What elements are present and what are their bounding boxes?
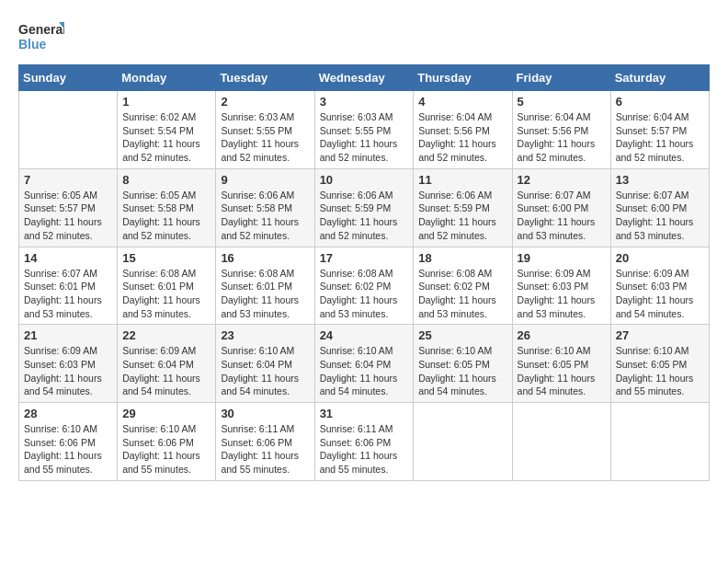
- day-info: Sunrise: 6:08 AMSunset: 6:01 PMDaylight:…: [221, 267, 309, 321]
- week-row-2: 7Sunrise: 6:05 AMSunset: 5:57 PMDaylight…: [19, 168, 710, 247]
- day-info: Sunrise: 6:10 AMSunset: 6:04 PMDaylight:…: [221, 344, 309, 398]
- calendar-cell: 1Sunrise: 6:02 AMSunset: 5:54 PMDaylight…: [118, 91, 216, 169]
- weekday-header-tuesday: Tuesday: [216, 65, 314, 91]
- calendar-cell: 19Sunrise: 6:09 AMSunset: 6:03 PMDayligh…: [512, 247, 610, 325]
- day-number: 26: [518, 328, 606, 342]
- calendar-cell: 11Sunrise: 6:06 AMSunset: 5:59 PMDayligh…: [414, 168, 512, 247]
- day-number: 14: [24, 251, 112, 265]
- day-number: 4: [418, 95, 506, 109]
- logo: General Blue: [18, 18, 64, 55]
- day-number: 11: [418, 173, 506, 187]
- day-info: Sunrise: 6:06 AMSunset: 5:59 PMDaylight:…: [320, 189, 409, 243]
- calendar-cell: 24Sunrise: 6:10 AMSunset: 6:04 PMDayligh…: [314, 325, 414, 403]
- day-info: Sunrise: 6:05 AMSunset: 5:58 PMDaylight:…: [122, 189, 210, 243]
- day-number: 5: [518, 95, 606, 109]
- day-info: Sunrise: 6:08 AMSunset: 6:02 PMDaylight:…: [418, 267, 506, 321]
- calendar-cell: 2Sunrise: 6:03 AMSunset: 5:55 PMDaylight…: [216, 91, 314, 169]
- calendar-cell: 28Sunrise: 6:10 AMSunset: 6:06 PMDayligh…: [19, 403, 118, 481]
- calendar-cell: 30Sunrise: 6:11 AMSunset: 6:06 PMDayligh…: [216, 403, 314, 481]
- logo-svg: General Blue: [18, 18, 64, 55]
- day-info: Sunrise: 6:07 AMSunset: 6:01 PMDaylight:…: [24, 267, 112, 321]
- calendar-cell: 22Sunrise: 6:09 AMSunset: 6:04 PMDayligh…: [118, 325, 216, 403]
- day-info: Sunrise: 6:10 AMSunset: 6:06 PMDaylight:…: [24, 422, 112, 477]
- calendar-cell: 14Sunrise: 6:07 AMSunset: 6:01 PMDayligh…: [19, 247, 118, 325]
- day-number: 24: [320, 328, 409, 342]
- day-number: 21: [24, 328, 112, 342]
- day-info: Sunrise: 6:10 AMSunset: 6:04 PMDaylight:…: [320, 344, 409, 398]
- day-number: 1: [122, 95, 210, 109]
- weekday-header-row: SundayMondayTuesdayWednesdayThursdayFrid…: [19, 65, 710, 91]
- day-number: 10: [320, 173, 409, 187]
- calendar-cell: 21Sunrise: 6:09 AMSunset: 6:03 PMDayligh…: [19, 325, 118, 403]
- day-number: 25: [418, 328, 506, 342]
- day-number: 16: [221, 251, 309, 265]
- day-number: 19: [518, 251, 606, 265]
- day-info: Sunrise: 6:08 AMSunset: 6:01 PMDaylight:…: [122, 267, 210, 321]
- calendar-cell: [610, 403, 709, 481]
- day-info: Sunrise: 6:10 AMSunset: 6:05 PMDaylight:…: [616, 344, 704, 398]
- calendar-cell: 13Sunrise: 6:07 AMSunset: 6:00 PMDayligh…: [610, 168, 709, 247]
- day-number: 20: [616, 251, 704, 265]
- day-number: 22: [122, 328, 210, 342]
- calendar-cell: [512, 403, 610, 481]
- day-info: Sunrise: 6:09 AMSunset: 6:03 PMDaylight:…: [616, 267, 704, 321]
- day-info: Sunrise: 6:09 AMSunset: 6:03 PMDaylight:…: [24, 344, 112, 398]
- calendar-cell: 23Sunrise: 6:10 AMSunset: 6:04 PMDayligh…: [216, 325, 314, 403]
- day-info: Sunrise: 6:07 AMSunset: 6:00 PMDaylight:…: [616, 189, 704, 243]
- day-number: 30: [221, 407, 309, 420]
- day-info: Sunrise: 6:11 AMSunset: 6:06 PMDaylight:…: [320, 422, 409, 477]
- calendar-cell: 10Sunrise: 6:06 AMSunset: 5:59 PMDayligh…: [314, 168, 414, 247]
- day-number: 13: [616, 173, 704, 187]
- header: General Blue: [18, 18, 710, 55]
- calendar-cell: 25Sunrise: 6:10 AMSunset: 6:05 PMDayligh…: [414, 325, 512, 403]
- day-info: Sunrise: 6:06 AMSunset: 5:59 PMDaylight:…: [418, 189, 506, 243]
- calendar-cell: 4Sunrise: 6:04 AMSunset: 5:56 PMDaylight…: [414, 91, 512, 169]
- calendar-cell: 27Sunrise: 6:10 AMSunset: 6:05 PMDayligh…: [610, 325, 709, 403]
- weekday-header-wednesday: Wednesday: [314, 65, 414, 91]
- day-info: Sunrise: 6:11 AMSunset: 6:06 PMDaylight:…: [221, 422, 309, 477]
- day-info: Sunrise: 6:04 AMSunset: 5:56 PMDaylight:…: [418, 110, 506, 165]
- svg-text:General: General: [18, 22, 64, 37]
- calendar-cell: 12Sunrise: 6:07 AMSunset: 6:00 PMDayligh…: [512, 168, 610, 247]
- week-row-4: 21Sunrise: 6:09 AMSunset: 6:03 PMDayligh…: [19, 325, 710, 403]
- calendar-cell: 29Sunrise: 6:10 AMSunset: 6:06 PMDayligh…: [118, 403, 216, 481]
- day-info: Sunrise: 6:08 AMSunset: 6:02 PMDaylight:…: [320, 267, 409, 321]
- calendar-cell: 3Sunrise: 6:03 AMSunset: 5:55 PMDaylight…: [314, 91, 414, 169]
- day-number: 8: [122, 173, 210, 187]
- day-info: Sunrise: 6:10 AMSunset: 6:06 PMDaylight:…: [122, 422, 210, 477]
- day-info: Sunrise: 6:03 AMSunset: 5:55 PMDaylight:…: [221, 110, 309, 165]
- weekday-header-friday: Friday: [512, 65, 610, 91]
- calendar-cell: [19, 91, 118, 169]
- weekday-header-sunday: Sunday: [19, 65, 118, 91]
- day-info: Sunrise: 6:09 AMSunset: 6:03 PMDaylight:…: [518, 267, 606, 321]
- calendar-cell: 8Sunrise: 6:05 AMSunset: 5:58 PMDaylight…: [118, 168, 216, 247]
- day-number: 29: [122, 407, 210, 420]
- day-number: 27: [616, 328, 704, 342]
- weekday-header-monday: Monday: [118, 65, 216, 91]
- calendar-cell: 15Sunrise: 6:08 AMSunset: 6:01 PMDayligh…: [118, 247, 216, 325]
- weekday-header-saturday: Saturday: [610, 65, 709, 91]
- day-number: 9: [221, 173, 309, 187]
- day-number: 6: [616, 95, 704, 109]
- calendar-cell: [414, 403, 512, 481]
- week-row-5: 28Sunrise: 6:10 AMSunset: 6:06 PMDayligh…: [19, 403, 710, 481]
- day-number: 17: [320, 251, 409, 265]
- day-info: Sunrise: 6:09 AMSunset: 6:04 PMDaylight:…: [122, 344, 210, 398]
- calendar-cell: 26Sunrise: 6:10 AMSunset: 6:05 PMDayligh…: [512, 325, 610, 403]
- calendar-cell: 18Sunrise: 6:08 AMSunset: 6:02 PMDayligh…: [414, 247, 512, 325]
- week-row-1: 1Sunrise: 6:02 AMSunset: 5:54 PMDaylight…: [19, 91, 710, 169]
- week-row-3: 14Sunrise: 6:07 AMSunset: 6:01 PMDayligh…: [19, 247, 710, 325]
- day-info: Sunrise: 6:10 AMSunset: 6:05 PMDaylight:…: [518, 344, 606, 398]
- calendar-cell: 5Sunrise: 6:04 AMSunset: 5:56 PMDaylight…: [512, 91, 610, 169]
- day-info: Sunrise: 6:03 AMSunset: 5:55 PMDaylight:…: [320, 110, 409, 165]
- day-info: Sunrise: 6:05 AMSunset: 5:57 PMDaylight:…: [24, 189, 112, 243]
- day-info: Sunrise: 6:02 AMSunset: 5:54 PMDaylight:…: [122, 110, 210, 165]
- day-info: Sunrise: 6:10 AMSunset: 6:05 PMDaylight:…: [418, 344, 506, 398]
- day-number: 31: [320, 407, 409, 420]
- day-number: 15: [122, 251, 210, 265]
- calendar-cell: 17Sunrise: 6:08 AMSunset: 6:02 PMDayligh…: [314, 247, 414, 325]
- weekday-header-thursday: Thursday: [414, 65, 512, 91]
- calendar-cell: 6Sunrise: 6:04 AMSunset: 5:57 PMDaylight…: [610, 91, 709, 169]
- day-number: 7: [24, 173, 112, 187]
- day-number: 28: [24, 407, 112, 420]
